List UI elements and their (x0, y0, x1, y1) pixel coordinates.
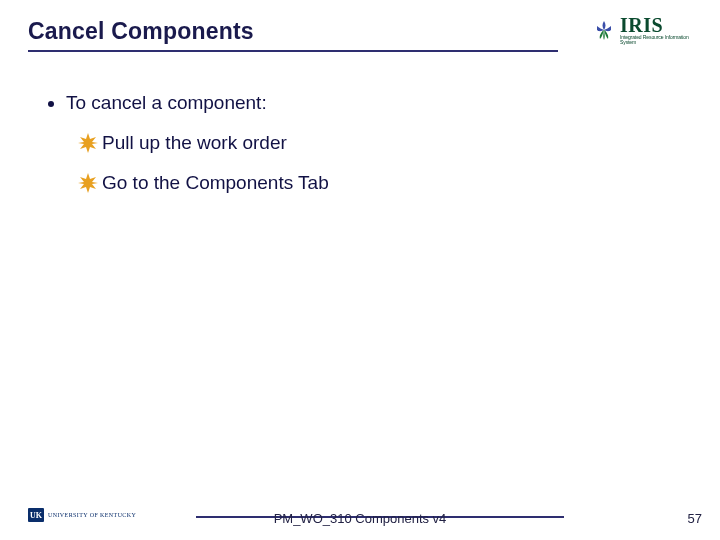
iris-logo: IRIS Integrated Resource Information Sys… (592, 8, 692, 52)
intro-text: To cancel a component: (66, 92, 267, 114)
iris-logo-tagline: Integrated Resource Information System (620, 35, 692, 45)
footer-page-number: 57 (688, 511, 702, 526)
step-text: Go to the Components Tab (102, 172, 329, 194)
starburst-icon (78, 133, 98, 153)
title-area: Cancel Components (28, 18, 580, 45)
svg-marker-1 (78, 173, 98, 193)
footer-doc-ref: PM_WO_310 Components v4 (0, 511, 720, 526)
step-text: Pull up the work order (102, 132, 287, 154)
svg-marker-0 (78, 133, 98, 153)
slide-title: Cancel Components (28, 18, 580, 45)
title-underline (28, 50, 558, 52)
iris-flower-icon (592, 18, 616, 42)
steps-list: Pull up the work order Go to the Compone… (78, 132, 672, 194)
starburst-icon (78, 173, 98, 193)
slide: Cancel Components IRIS Integrated Resour… (0, 0, 720, 540)
dot-bullet-icon (48, 101, 54, 107)
iris-logo-name: IRIS (620, 15, 692, 35)
footer: UK UNIVERSITY OF KENTUCKY PM_WO_310 Comp… (0, 502, 720, 526)
iris-logo-text: IRIS Integrated Resource Information Sys… (620, 15, 692, 45)
content-area: To cancel a component: Pull up the work … (48, 92, 672, 212)
intro-bullet-row: To cancel a component: (48, 92, 672, 114)
step-row: Pull up the work order (78, 132, 672, 154)
step-row: Go to the Components Tab (78, 172, 672, 194)
